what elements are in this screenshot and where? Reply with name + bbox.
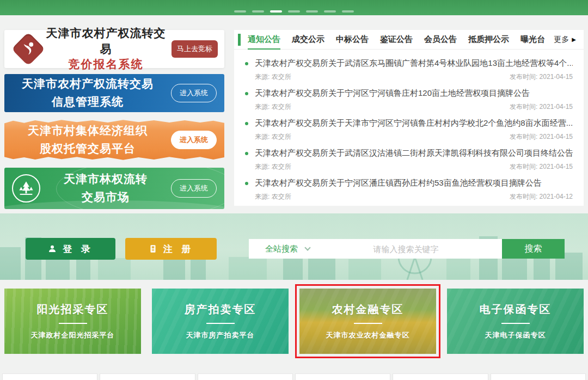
more-label: 更多 [554,35,569,45]
green-accent-bar [238,34,241,46]
bullet-icon [245,92,248,95]
enter-system-button-orange[interactable]: 进入系统 [171,131,217,149]
tab-certification[interactable]: 鉴证公告 [380,30,413,49]
announcement-source: 来源: 农交所 [255,192,291,201]
carousel-dash-2[interactable] [252,10,264,13]
tab-exposure[interactable]: 曝光台 [520,30,545,49]
go-bid-button[interactable]: 马上去竞标 [171,40,218,58]
register-button[interactable]: 注 册 [125,238,217,260]
more-arrow-icon: ▶ [572,36,576,42]
carousel-dash-3[interactable] [270,10,282,13]
zone-card-e-guarantee[interactable]: 电子保函专区 天津电子保函专区 [447,289,584,354]
list-item: 天津农村产权交易所关于武清区东马圈镇广善村第4号林业队园地13亩土地经营权等4个… [245,54,573,84]
announcement-date: 发布时间: 2021-04-12 [510,192,573,201]
list-item: 天津农村产权交易所关于武清区汉沽港镇二街村原天津凯得利科技有限公司项目终结公告 … [245,144,573,174]
zone-title: 电子保函专区 [480,302,552,317]
tab-winning-bid[interactable]: 中标公告 [336,30,369,49]
site-title: 天津市农村产权流转交易 [40,26,171,57]
enter-system-button-blue[interactable]: 进入系统 [171,84,217,102]
user-icon [47,244,57,254]
logo-figure-icon [19,39,38,59]
zone-divider [501,323,530,324]
left-column: 天津市农村产权流转交易 竞价报名系统 马上去竞标 天津市农村产权流转交易 信息管… [4,30,224,209]
search-field-wrap: 全站搜索 [249,239,502,259]
list-item: 天津农村产权交易所关于宁河区潘庄镇西孙庄村约53亩鱼池经营权项目摘牌公告 来源:… [245,174,573,204]
announcement-date: 发布时间: 2021-04-15 [510,132,573,142]
zone-title: 阳光招采专区 [37,302,109,317]
carousel-dash-1[interactable] [234,10,246,13]
announcement-source: 来源: 农交所 [255,72,291,82]
announcements-tabbar: 通知公告 成交公示 中标公告 鉴证公告 会员公告 抵质押公示 曝光台 更多 ▶ [234,30,584,50]
zone-subtitle: 天津电子保函专区 [485,330,546,340]
carousel-dash-7[interactable] [342,10,354,13]
zone-card-property-auction[interactable]: 房产拍卖专区 天津市房产拍卖平台 [152,289,289,354]
equity-trusteeship-banner[interactable]: 天津市村集体经济组织 股权托管交易平台 进入系统 [4,118,224,162]
announcement-date: 发布时间: 2021-04-15 [510,102,573,112]
bullet-icon [245,122,248,125]
carousel-dash-6[interactable] [324,10,336,13]
feature-box[interactable] [100,373,195,380]
tab-notice[interactable]: 通知公告 [248,30,280,50]
register-label: 注 册 [163,243,194,255]
info-management-system-title: 天津市农村产权流转交易 信息管理系统 [4,75,171,111]
tab-deals[interactable]: 成交公示 [292,30,324,49]
announcement-title[interactable]: 天津农村产权交易所关于宁河区宁河镇鲁庄村120亩土地经营权项目摘牌公告 [255,88,530,99]
list-item: 天津农村产权交易所关于宁河区宁河镇鲁庄村120亩土地经营权项目摘牌公告 来源: … [245,84,573,114]
forest-rights-market-banner[interactable]: 天津市林权流转 交易市场 进入系统 [4,168,224,209]
feature-box[interactable] [2,373,97,380]
zone-title: 农村金融专区 [332,302,404,317]
zone-card-sunshine-procurement[interactable]: 阳光招采专区 天津政村企阳光招采平台 [4,289,141,354]
announcement-list: 天津农村产权交易所关于武清区东马圈镇广善村第4号林业队园地13亩土地经营权等4个… [234,50,584,204]
pine-trees-glyph [17,179,35,198]
search-button[interactable]: 搜索 [502,239,565,259]
bullet-icon [245,182,248,185]
carousel-topbar [0,0,588,15]
zone-divider [59,323,87,324]
id-card-icon [148,244,158,254]
feature-box[interactable] [198,373,293,380]
login-label: 登 录 [63,243,94,255]
equity-trusteeship-title: 天津市村集体经济组织 股权托管交易平台 [4,122,171,157]
info-management-system-banner[interactable]: 天津市农村产权流转交易 信息管理系统 进入系统 [4,74,224,112]
search-bar: 全站搜索 搜索 [249,239,565,259]
more-link[interactable]: 更多 ▶ [554,35,576,45]
zone-title: 房产拍卖专区 [185,302,256,317]
zone-divider [206,323,235,324]
list-item: 天津农村产权交易所关于天津市宁河区宁河镇鲁庄村村内学校北2个鱼池约8亩水面经营.… [245,114,573,144]
zone-subtitle: 天津政村企阳光招采平台 [31,330,115,340]
announcement-title[interactable]: 天津农村产权交易所关于宁河区潘庄镇西孙庄村约53亩鱼池经营权项目摘牌公告 [255,178,542,188]
search-scope-dropdown[interactable]: 全站搜索 [249,244,310,254]
carousel-dash-4[interactable] [288,10,300,13]
carousel-dash-5[interactable] [306,10,318,13]
login-button[interactable]: 登 录 [26,238,115,260]
bullet-icon [245,62,248,65]
carousel-pager [234,10,354,13]
page: 天津市农村产权流转交易 竞价报名系统 马上去竞标 天津市农村产权流转交易 信息管… [0,0,588,380]
feature-box[interactable] [295,373,390,380]
tab-members[interactable]: 会员公告 [424,30,457,49]
tab-pledge[interactable]: 抵质押公示 [468,30,509,49]
bidding-system-card: 天津市农村产权流转交易 竞价报名系统 马上去竞标 [4,30,224,68]
enter-system-button-green[interactable]: 进入系统 [171,179,217,198]
zone-card-rural-finance[interactable]: 农村金融专区 天津市农业农村金融专区 [299,289,436,354]
tabs: 通知公告 成交公示 中标公告 鉴证公告 会员公告 抵质押公示 曝光台 [248,30,554,49]
announcement-date: 发布时间: 2021-04-15 [510,72,573,82]
bidding-system-title-block: 天津市农村产权流转交易 竞价报名系统 [40,26,171,72]
announcement-source: 来源: 农交所 [255,102,291,112]
feature-box[interactable] [491,373,586,380]
announcement-source: 来源: 农交所 [255,162,291,171]
search-input[interactable] [310,244,502,254]
forest-rights-market-title: 天津市林权流转 交易市场 [40,170,171,206]
search-scope-label: 全站搜索 [265,244,298,254]
announcement-title[interactable]: 天津农村产权交易所关于武清区东马圈镇广善村第4号林业队园地13亩土地经营权等4个… [255,58,573,69]
bidding-system-subtitle: 竞价报名系统 [40,57,171,72]
zone-cards-row: 阳光招采专区 天津政村企阳光招采平台 房产拍卖专区 天津市房产拍卖平台 农村金融… [4,289,584,354]
announcements-panel: 通知公告 成交公示 中标公告 鉴证公告 会员公告 抵质押公示 曝光台 更多 ▶ … [234,30,584,206]
announcement-title[interactable]: 天津农村产权交易所关于武清区汉沽港镇二街村原天津凯得利科技有限公司项目终结公告 [255,148,573,158]
zone-subtitle: 天津市房产拍卖平台 [186,330,255,340]
zone-subtitle: 天津市农业农村金融专区 [326,330,410,340]
bullet-icon [245,152,248,155]
feature-box[interactable] [393,373,488,380]
announcement-date: 发布时间: 2021-04-15 [510,162,573,171]
announcement-title[interactable]: 天津农村产权交易所关于天津市宁河区宁河镇鲁庄村村内学校北2个鱼池约8亩水面经营.… [255,118,573,128]
